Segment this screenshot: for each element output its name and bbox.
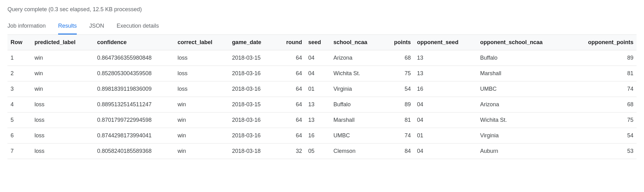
cell-school-ncaa: UMBC: [330, 128, 384, 144]
cell-points: 68: [384, 50, 414, 66]
cell-game-date: 2018-03-15: [229, 97, 276, 112]
cell-game-date: 2018-03-16: [229, 66, 276, 81]
cell-school-ncaa: Arizona: [330, 50, 384, 66]
cell-round: 64: [276, 97, 305, 112]
cell-seed: 13: [305, 97, 330, 112]
cell-correct-label: loss: [174, 81, 229, 97]
cell-predicted-label: win: [31, 66, 94, 81]
cell-row: 1: [7, 50, 31, 66]
cell-school-ncaa: Marshall: [330, 112, 384, 128]
query-status: Query complete (0.3 sec elapsed, 12.5 KB…: [7, 6, 637, 13]
cell-correct-label: loss: [174, 50, 229, 66]
cell-opponent-school-ncaa: Auburn: [477, 144, 568, 159]
cell-confidence: 0.8981839119836009: [94, 81, 174, 97]
cell-correct-label: win: [174, 97, 229, 112]
cell-round: 32: [276, 144, 305, 159]
col-opponent-points: opponent_points: [568, 35, 637, 50]
col-seed: seed: [305, 35, 330, 50]
col-round: round: [276, 35, 305, 50]
table-row: 5loss0.8701799722994598win2018-03-166413…: [7, 112, 637, 128]
col-points: points: [384, 35, 414, 50]
cell-correct-label: win: [174, 144, 229, 159]
col-correct-label: correct_label: [174, 35, 229, 50]
cell-round: 64: [276, 81, 305, 97]
cell-round: 64: [276, 66, 305, 81]
cell-confidence: 0.8058240185589368: [94, 144, 174, 159]
cell-game-date: 2018-03-16: [229, 128, 276, 144]
cell-points: 84: [384, 144, 414, 159]
cell-school-ncaa: Virginia: [330, 81, 384, 97]
cell-seed: 13: [305, 112, 330, 128]
col-confidence: confidence: [94, 35, 174, 50]
cell-opponent-school-ncaa: Wichita St.: [477, 112, 568, 128]
cell-row: 2: [7, 66, 31, 81]
cell-row: 3: [7, 81, 31, 97]
cell-confidence: 0.8744298173994041: [94, 128, 174, 144]
cell-points: 74: [384, 128, 414, 144]
cell-predicted-label: loss: [31, 128, 94, 144]
tab-execution-details[interactable]: Execution details: [117, 20, 159, 34]
cell-seed: 04: [305, 66, 330, 81]
cell-correct-label: win: [174, 112, 229, 128]
results-table: Row predicted_label confidence correct_l…: [7, 35, 637, 159]
cell-row: 7: [7, 144, 31, 159]
cell-predicted-label: loss: [31, 112, 94, 128]
cell-predicted-label: win: [31, 81, 94, 97]
cell-confidence: 0.8701799722994598: [94, 112, 174, 128]
cell-confidence: 0.8895132514511247: [94, 97, 174, 112]
cell-points: 54: [384, 81, 414, 97]
cell-opponent-points: 89: [568, 50, 637, 66]
cell-school-ncaa: Clemson: [330, 144, 384, 159]
cell-school-ncaa: Buffalo: [330, 97, 384, 112]
cell-game-date: 2018-03-16: [229, 81, 276, 97]
tab-job-information[interactable]: Job information: [7, 20, 46, 34]
cell-school-ncaa: Wichita St.: [330, 66, 384, 81]
cell-opponent-seed: 13: [414, 66, 477, 81]
cell-points: 75: [384, 66, 414, 81]
cell-row: 4: [7, 97, 31, 112]
cell-correct-label: loss: [174, 66, 229, 81]
cell-opponent-points: 68: [568, 97, 637, 112]
cell-game-date: 2018-03-15: [229, 50, 276, 66]
tab-json[interactable]: JSON: [89, 20, 104, 34]
cell-opponent-school-ncaa: Buffalo: [477, 50, 568, 66]
cell-seed: 05: [305, 144, 330, 159]
tab-results[interactable]: Results: [58, 20, 77, 34]
table-row: 4loss0.8895132514511247win2018-03-156413…: [7, 97, 637, 112]
cell-predicted-label: loss: [31, 144, 94, 159]
cell-opponent-points: 75: [568, 112, 637, 128]
cell-opponent-school-ncaa: Arizona: [477, 97, 568, 112]
cell-opponent-points: 54: [568, 128, 637, 144]
col-school-ncaa: school_ncaa: [330, 35, 384, 50]
cell-opponent-points: 74: [568, 81, 637, 97]
cell-opponent-seed: 04: [414, 112, 477, 128]
cell-round: 64: [276, 50, 305, 66]
cell-points: 89: [384, 97, 414, 112]
table-row: 7loss0.8058240185589368win2018-03-183205…: [7, 144, 637, 159]
cell-game-date: 2018-03-18: [229, 144, 276, 159]
cell-opponent-points: 53: [568, 144, 637, 159]
result-tabs: Job information Results JSON Execution d…: [7, 20, 637, 34]
cell-opponent-seed: 04: [414, 144, 477, 159]
cell-seed: 04: [305, 50, 330, 66]
cell-confidence: 0.8528053004359508: [94, 66, 174, 81]
table-row: 3win0.8981839119836009loss2018-03-166401…: [7, 81, 637, 97]
cell-opponent-points: 81: [568, 66, 637, 81]
cell-opponent-seed: 04: [414, 97, 477, 112]
table-row: 6loss0.8744298173994041win2018-03-166416…: [7, 128, 637, 144]
cell-opponent-school-ncaa: Marshall: [477, 66, 568, 81]
col-opponent-school-ncaa: opponent_school_ncaa: [477, 35, 568, 50]
col-row: Row: [7, 35, 31, 50]
cell-seed: 01: [305, 81, 330, 97]
cell-predicted-label: loss: [31, 97, 94, 112]
cell-opponent-school-ncaa: UMBC: [477, 81, 568, 97]
col-predicted-label: predicted_label: [31, 35, 94, 50]
col-game-date: game_date: [229, 35, 276, 50]
cell-predicted-label: win: [31, 50, 94, 66]
results-table-wrap: Row predicted_label confidence correct_l…: [7, 34, 637, 159]
cell-row: 5: [7, 112, 31, 128]
col-opponent-seed: opponent_seed: [414, 35, 477, 50]
table-row: 2win0.8528053004359508loss2018-03-166404…: [7, 66, 637, 81]
cell-game-date: 2018-03-16: [229, 112, 276, 128]
table-row: 1win0.8647366355980848loss2018-03-156404…: [7, 50, 637, 66]
